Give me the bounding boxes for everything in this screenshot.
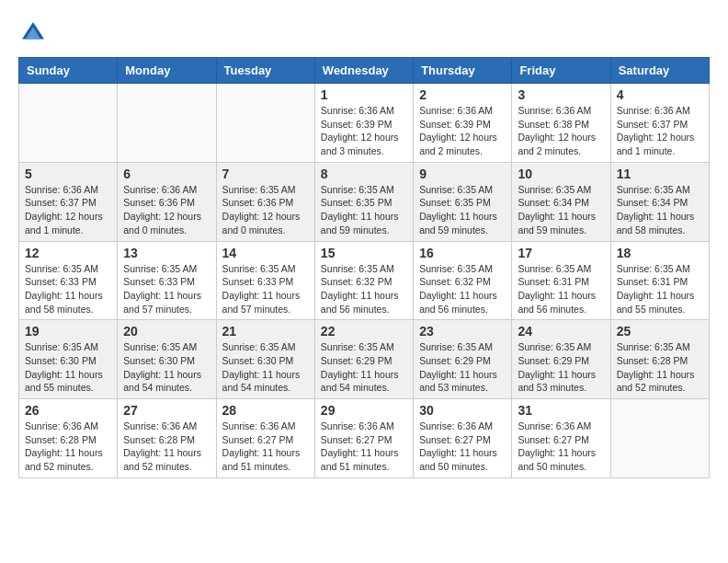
day-info: Sunrise: 6:36 AM Sunset: 6:27 PM Dayligh… bbox=[222, 419, 309, 474]
calendar-cell: 9Sunrise: 6:35 AM Sunset: 6:35 PM Daylig… bbox=[414, 162, 512, 241]
day-number: 17 bbox=[518, 246, 604, 260]
weekday-header-tuesday: Tuesday bbox=[216, 58, 314, 84]
calendar-cell: 14Sunrise: 6:35 AM Sunset: 6:33 PM Dayli… bbox=[216, 241, 314, 320]
day-number: 12 bbox=[25, 246, 111, 260]
day-number: 27 bbox=[123, 403, 210, 418]
day-info: Sunrise: 6:35 AM Sunset: 6:33 PM Dayligh… bbox=[222, 262, 309, 316]
day-info: Sunrise: 6:35 AM Sunset: 6:31 PM Dayligh… bbox=[617, 262, 703, 316]
calendar-cell: 24Sunrise: 6:35 AM Sunset: 6:29 PM Dayli… bbox=[512, 320, 610, 399]
day-number: 21 bbox=[222, 324, 309, 339]
day-number: 15 bbox=[321, 246, 407, 260]
calendar-cell: 20Sunrise: 6:35 AM Sunset: 6:30 PM Dayli… bbox=[118, 320, 216, 399]
calendar-cell: 30Sunrise: 6:36 AM Sunset: 6:27 PM Dayli… bbox=[414, 399, 512, 478]
calendar-cell: 1Sunrise: 6:36 AM Sunset: 6:39 PM Daylig… bbox=[314, 84, 413, 163]
day-info: Sunrise: 6:36 AM Sunset: 6:37 PM Dayligh… bbox=[25, 183, 111, 237]
calendar-cell: 6Sunrise: 6:36 AM Sunset: 6:36 PM Daylig… bbox=[118, 162, 216, 241]
day-info: Sunrise: 6:36 AM Sunset: 6:36 PM Dayligh… bbox=[123, 183, 210, 237]
calendar-cell: 25Sunrise: 6:35 AM Sunset: 6:28 PM Dayli… bbox=[610, 320, 709, 399]
day-info: Sunrise: 6:36 AM Sunset: 6:28 PM Dayligh… bbox=[123, 419, 210, 474]
calendar-cell: 28Sunrise: 6:36 AM Sunset: 6:27 PM Dayli… bbox=[216, 399, 314, 478]
day-info: Sunrise: 6:35 AM Sunset: 6:31 PM Dayligh… bbox=[518, 262, 604, 316]
day-number: 24 bbox=[518, 324, 604, 339]
day-info: Sunrise: 6:36 AM Sunset: 6:37 PM Dayligh… bbox=[617, 104, 703, 158]
calendar-cell: 17Sunrise: 6:35 AM Sunset: 6:31 PM Dayli… bbox=[512, 241, 610, 320]
day-number: 13 bbox=[123, 246, 210, 260]
calendar-cell: 18Sunrise: 6:35 AM Sunset: 6:31 PM Dayli… bbox=[610, 241, 709, 320]
weekday-header-row: SundayMondayTuesdayWednesdayThursdayFrid… bbox=[19, 58, 710, 84]
day-number: 16 bbox=[419, 246, 506, 260]
day-info: Sunrise: 6:35 AM Sunset: 6:35 PM Dayligh… bbox=[419, 183, 506, 237]
weekday-header-monday: Monday bbox=[118, 58, 216, 84]
calendar-cell: 23Sunrise: 6:35 AM Sunset: 6:29 PM Dayli… bbox=[414, 320, 512, 399]
calendar-week-row: 1Sunrise: 6:36 AM Sunset: 6:39 PM Daylig… bbox=[19, 84, 710, 163]
day-number: 22 bbox=[321, 324, 407, 339]
calendar-cell: 21Sunrise: 6:35 AM Sunset: 6:30 PM Dayli… bbox=[216, 320, 314, 399]
calendar-cell bbox=[216, 84, 314, 163]
day-info: Sunrise: 6:36 AM Sunset: 6:27 PM Dayligh… bbox=[518, 419, 604, 474]
logo bbox=[18, 18, 51, 48]
weekday-header-saturday: Saturday bbox=[610, 58, 709, 84]
day-info: Sunrise: 6:35 AM Sunset: 6:33 PM Dayligh… bbox=[123, 262, 210, 316]
day-number: 1 bbox=[321, 87, 407, 102]
calendar-cell: 13Sunrise: 6:35 AM Sunset: 6:33 PM Dayli… bbox=[118, 241, 216, 320]
day-info: Sunrise: 6:35 AM Sunset: 6:29 PM Dayligh… bbox=[321, 340, 407, 395]
day-info: Sunrise: 6:36 AM Sunset: 6:27 PM Dayligh… bbox=[419, 419, 506, 474]
calendar-week-row: 5Sunrise: 6:36 AM Sunset: 6:37 PM Daylig… bbox=[19, 162, 710, 241]
day-number: 9 bbox=[419, 167, 506, 181]
calendar-cell: 26Sunrise: 6:36 AM Sunset: 6:28 PM Dayli… bbox=[19, 399, 118, 478]
day-info: Sunrise: 6:35 AM Sunset: 6:36 PM Dayligh… bbox=[222, 183, 309, 237]
day-info: Sunrise: 6:35 AM Sunset: 6:32 PM Dayligh… bbox=[419, 262, 506, 316]
day-info: Sunrise: 6:36 AM Sunset: 6:28 PM Dayligh… bbox=[25, 419, 111, 474]
calendar-table: SundayMondayTuesdayWednesdayThursdayFrid… bbox=[18, 57, 710, 478]
day-number: 2 bbox=[419, 87, 506, 102]
calendar-cell bbox=[19, 84, 118, 163]
day-info: Sunrise: 6:36 AM Sunset: 6:39 PM Dayligh… bbox=[321, 104, 407, 158]
day-number: 26 bbox=[25, 403, 111, 418]
day-number: 23 bbox=[419, 324, 506, 339]
day-number: 3 bbox=[518, 87, 604, 102]
day-number: 28 bbox=[222, 403, 309, 418]
day-info: Sunrise: 6:36 AM Sunset: 6:39 PM Dayligh… bbox=[419, 104, 506, 158]
calendar-cell: 15Sunrise: 6:35 AM Sunset: 6:32 PM Dayli… bbox=[314, 241, 413, 320]
calendar-cell: 31Sunrise: 6:36 AM Sunset: 6:27 PM Dayli… bbox=[512, 399, 610, 478]
day-number: 4 bbox=[617, 87, 703, 102]
calendar-cell bbox=[610, 399, 709, 478]
calendar-cell: 3Sunrise: 6:36 AM Sunset: 6:38 PM Daylig… bbox=[512, 84, 610, 163]
calendar-cell: 4Sunrise: 6:36 AM Sunset: 6:37 PM Daylig… bbox=[610, 84, 709, 163]
page-header bbox=[18, 18, 710, 48]
day-info: Sunrise: 6:36 AM Sunset: 6:38 PM Dayligh… bbox=[518, 104, 604, 158]
day-number: 19 bbox=[25, 324, 111, 339]
day-info: Sunrise: 6:36 AM Sunset: 6:27 PM Dayligh… bbox=[321, 419, 407, 474]
calendar-cell: 5Sunrise: 6:36 AM Sunset: 6:37 PM Daylig… bbox=[19, 162, 118, 241]
day-number: 25 bbox=[617, 324, 703, 339]
day-info: Sunrise: 6:35 AM Sunset: 6:32 PM Dayligh… bbox=[321, 262, 407, 316]
day-number: 8 bbox=[321, 167, 407, 181]
calendar-cell: 10Sunrise: 6:35 AM Sunset: 6:34 PM Dayli… bbox=[512, 162, 610, 241]
calendar-cell: 16Sunrise: 6:35 AM Sunset: 6:32 PM Dayli… bbox=[414, 241, 512, 320]
calendar-cell: 19Sunrise: 6:35 AM Sunset: 6:30 PM Dayli… bbox=[19, 320, 118, 399]
calendar-cell: 11Sunrise: 6:35 AM Sunset: 6:34 PM Dayli… bbox=[610, 162, 709, 241]
day-info: Sunrise: 6:35 AM Sunset: 6:30 PM Dayligh… bbox=[25, 340, 111, 395]
calendar-cell: 12Sunrise: 6:35 AM Sunset: 6:33 PM Dayli… bbox=[19, 241, 118, 320]
calendar-cell: 8Sunrise: 6:35 AM Sunset: 6:35 PM Daylig… bbox=[314, 162, 413, 241]
day-info: Sunrise: 6:35 AM Sunset: 6:34 PM Dayligh… bbox=[518, 183, 604, 237]
calendar-cell: 22Sunrise: 6:35 AM Sunset: 6:29 PM Dayli… bbox=[314, 320, 413, 399]
day-info: Sunrise: 6:35 AM Sunset: 6:30 PM Dayligh… bbox=[222, 340, 309, 395]
day-info: Sunrise: 6:35 AM Sunset: 6:29 PM Dayligh… bbox=[518, 340, 604, 395]
calendar-week-row: 12Sunrise: 6:35 AM Sunset: 6:33 PM Dayli… bbox=[19, 241, 710, 320]
logo-icon bbox=[18, 18, 48, 48]
calendar-cell: 7Sunrise: 6:35 AM Sunset: 6:36 PM Daylig… bbox=[216, 162, 314, 241]
calendar-week-row: 19Sunrise: 6:35 AM Sunset: 6:30 PM Dayli… bbox=[19, 320, 710, 399]
weekday-header-friday: Friday bbox=[512, 58, 610, 84]
day-number: 20 bbox=[123, 324, 210, 339]
weekday-header-sunday: Sunday bbox=[19, 58, 118, 84]
day-number: 29 bbox=[321, 403, 407, 418]
calendar-cell: 29Sunrise: 6:36 AM Sunset: 6:27 PM Dayli… bbox=[314, 399, 413, 478]
day-number: 6 bbox=[123, 167, 210, 181]
day-number: 18 bbox=[617, 246, 703, 260]
day-number: 10 bbox=[518, 167, 604, 181]
day-number: 31 bbox=[518, 403, 604, 418]
weekday-header-wednesday: Wednesday bbox=[314, 58, 413, 84]
weekday-header-thursday: Thursday bbox=[414, 58, 512, 84]
day-number: 5 bbox=[25, 167, 111, 181]
